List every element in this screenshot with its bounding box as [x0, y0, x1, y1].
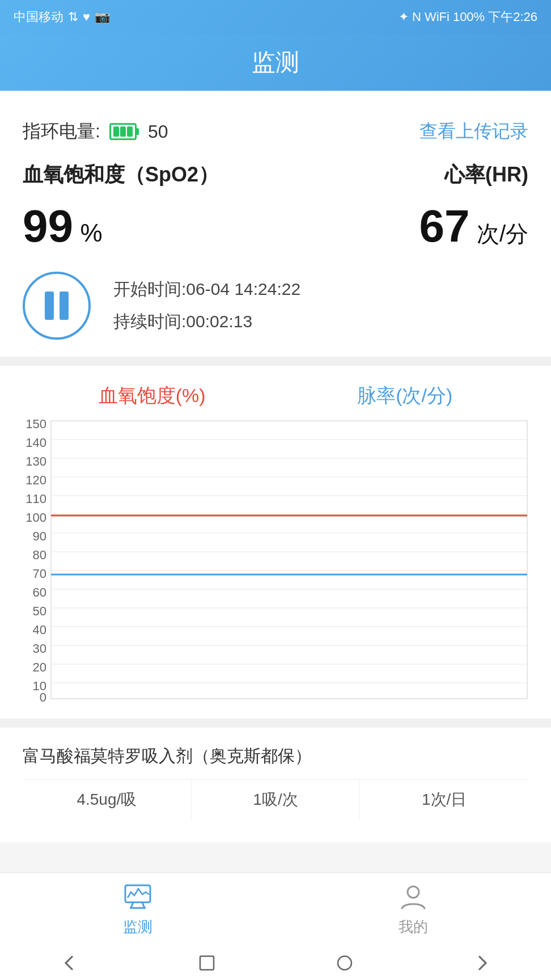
hr-legend: 脉率(次/分) — [357, 383, 452, 409]
bluetooth-icon: ✦ — [399, 10, 409, 24]
chart-legend: 血氧饱度(%) 脉率(次/分) — [23, 383, 528, 409]
svg-rect-16 — [51, 421, 527, 699]
hr-value: 67 — [419, 201, 469, 251]
wifi-icon: WiFi — [425, 10, 450, 24]
svg-text:50: 50 — [33, 604, 46, 618]
duration: 持续时间:00:02:13 — [113, 310, 300, 333]
spo2-unit: % — [80, 219, 102, 247]
user-icon — [399, 882, 428, 914]
svg-text:120: 120 — [26, 473, 46, 487]
svg-text:100: 100 — [26, 510, 46, 525]
signal-icon: ⇅ — [68, 10, 78, 24]
svg-text:40: 40 — [33, 623, 46, 637]
timing-row: 开始时间:06-04 14:24:22 持续时间:00:02:13 — [23, 266, 528, 357]
metrics-values: 99 % 67 次/分 — [23, 191, 528, 266]
main-content: 指环电量: 50 查看上传记录 血氧饱和度（SpO2） 心率(HR) 99 % … — [0, 91, 551, 842]
upload-records-link[interactable]: 查看上传记录 — [419, 119, 528, 144]
svg-rect-40 — [200, 956, 214, 970]
nav-forward[interactable] — [465, 952, 499, 974]
status-bar: 中国移动 ⇅ ♥ 📷 ✦ N WiFi 100% 下午2:26 — [0, 0, 551, 34]
nav-search[interactable] — [328, 952, 362, 974]
svg-text:30: 30 — [33, 641, 46, 656]
divider-2 — [0, 719, 551, 728]
timing-info: 开始时间:06-04 14:24:22 持续时间:00:02:13 — [113, 278, 300, 333]
chart-svg: 150 140 130 120 110 100 90 80 70 60 50 4… — [23, 418, 528, 702]
hr-unit: 次/分 — [477, 221, 528, 246]
medicine-section: 富马酸福莫特罗吸入剂（奥克斯都保） 4.5ug/吸 1吸/次 1次/日 — [23, 728, 528, 825]
battery-icon — [109, 123, 137, 140]
bottom-tabs: 监测 我的 — [0, 872, 551, 946]
svg-text:70: 70 — [33, 567, 46, 581]
carrier-text: 中国移动 — [14, 9, 63, 26]
svg-text:20: 20 — [33, 660, 46, 674]
tab-mine[interactable]: 我的 — [276, 882, 551, 937]
medicine-times: 1次/日 — [360, 780, 528, 820]
status-right: ✦ N WiFi 100% 下午2:26 — [399, 9, 537, 26]
medicine-dose: 4.5ug/吸 — [23, 780, 192, 820]
chart-section: 血氧饱度(%) 脉率(次/分) 150 140 130 120 110 100 … — [23, 366, 528, 719]
svg-text:80: 80 — [33, 548, 46, 562]
time-display: 下午2:26 — [488, 9, 537, 26]
metrics-labels: 血氧饱和度（SpO2） 心率(HR) — [23, 155, 528, 191]
svg-text:60: 60 — [33, 585, 46, 599]
battery-level: 50 — [148, 121, 168, 142]
svg-point-39 — [408, 886, 419, 898]
tab-mine-label: 我的 — [399, 917, 428, 937]
nav-home[interactable] — [190, 952, 224, 974]
divider-1 — [0, 357, 551, 366]
battery-status: 100% — [453, 10, 485, 24]
spo2-label: 血氧饱和度（SpO2） — [23, 161, 219, 189]
spo2-reading: 99 % — [23, 200, 103, 252]
page-title: 监测 — [252, 47, 299, 78]
tab-monitor-label: 监测 — [123, 917, 152, 937]
svg-rect-35 — [125, 885, 150, 902]
app-header: 监测 — [0, 34, 551, 91]
pause-icon — [45, 292, 69, 320]
chart-container: 150 140 130 120 110 100 90 80 70 60 50 4… — [23, 418, 528, 702]
medicine-details: 4.5ug/吸 1吸/次 1次/日 — [23, 779, 528, 820]
status-left: 中国移动 ⇅ ♥ 📷 — [14, 9, 110, 26]
start-time: 开始时间:06-04 14:24:22 — [113, 278, 300, 301]
nfc-icon: N — [412, 10, 421, 24]
svg-text:140: 140 — [26, 436, 46, 450]
spo2-value: 99 — [23, 201, 73, 251]
spo2-legend: 血氧饱度(%) — [99, 383, 206, 409]
tab-monitor[interactable]: 监测 — [0, 882, 276, 937]
svg-text:110: 110 — [26, 492, 46, 506]
svg-text:150: 150 — [26, 418, 46, 431]
svg-point-41 — [338, 956, 351, 970]
health-icon: ♥ — [83, 10, 90, 24]
svg-text:0: 0 — [40, 690, 46, 702]
svg-text:130: 130 — [26, 454, 46, 468]
pause-button[interactable] — [23, 272, 91, 340]
notification-icon: 📷 — [95, 10, 110, 24]
svg-text:90: 90 — [33, 529, 46, 543]
nav-back[interactable] — [52, 952, 86, 974]
medicine-title: 富马酸福莫特罗吸入剂（奥克斯都保） — [23, 745, 528, 768]
battery-info: 指环电量: 50 — [23, 119, 168, 144]
monitor-icon — [123, 882, 152, 914]
hr-label: 心率(HR) — [444, 161, 528, 189]
hr-reading: 67 次/分 — [419, 200, 528, 252]
battery-label: 指环电量: — [23, 119, 100, 144]
nav-bar — [0, 946, 551, 980]
medicine-frequency: 1吸/次 — [192, 780, 361, 820]
battery-row: 指环电量: 50 查看上传记录 — [23, 108, 528, 155]
